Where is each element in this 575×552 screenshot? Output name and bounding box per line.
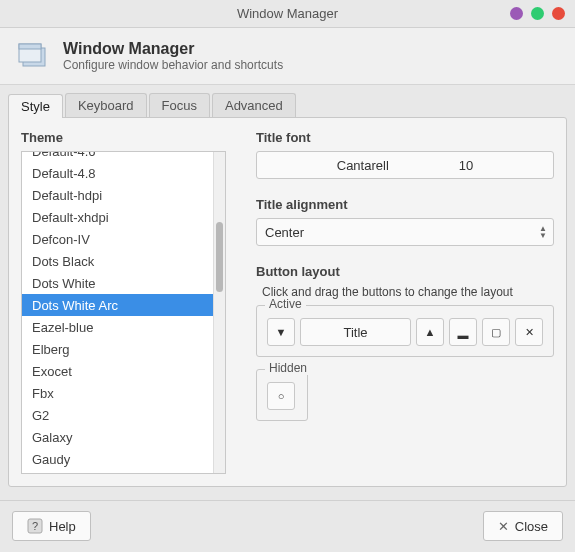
stick-button[interactable]: ○ bbox=[267, 382, 295, 410]
maximize-layout-button[interactable]: ▢ bbox=[482, 318, 510, 346]
theme-item[interactable]: Gaudy bbox=[22, 448, 213, 470]
window-manager-icon bbox=[15, 38, 51, 74]
font-name: Cantarell bbox=[337, 158, 389, 173]
theme-scrollbar[interactable] bbox=[213, 152, 225, 473]
close-button[interactable]: ✕ Close bbox=[483, 511, 563, 541]
theme-item[interactable]: Default-xhdpi bbox=[22, 206, 213, 228]
hidden-frame-label: Hidden bbox=[265, 361, 311, 375]
header-title: Window Manager bbox=[63, 40, 283, 58]
theme-item[interactable]: G2 bbox=[22, 404, 213, 426]
tab-advanced[interactable]: Advanced bbox=[212, 93, 296, 117]
svg-rect-2 bbox=[19, 44, 41, 49]
close-label: Close bbox=[515, 519, 548, 534]
theme-item[interactable]: Elberg bbox=[22, 338, 213, 360]
right-column: Title font Cantarell 10 Title alignment … bbox=[256, 130, 554, 474]
active-frame: Active ▼ Title ▲ ▬ ▢ ✕ bbox=[256, 305, 554, 357]
theme-item[interactable]: Dots White bbox=[22, 272, 213, 294]
theme-item[interactable]: Default-4.8 bbox=[22, 162, 213, 184]
theme-label: Theme bbox=[21, 130, 226, 145]
help-button[interactable]: ? Help bbox=[12, 511, 91, 541]
title-font-label: Title font bbox=[256, 130, 554, 145]
button-layout-section: Button layout Click and drag the buttons… bbox=[256, 264, 554, 433]
theme-item[interactable]: Default-4.6 bbox=[22, 151, 213, 162]
menu-button[interactable]: ▼ bbox=[267, 318, 295, 346]
theme-item[interactable]: Default-hdpi bbox=[22, 184, 213, 206]
tab-bar: Style Keyboard Focus Advanced bbox=[0, 85, 575, 117]
close-icon: ✕ bbox=[498, 519, 509, 534]
theme-item[interactable]: Defcon-IV bbox=[22, 228, 213, 250]
combo-arrows-icon: ▲▼ bbox=[539, 225, 547, 239]
window-controls bbox=[510, 7, 565, 20]
help-label: Help bbox=[49, 519, 76, 534]
theme-item[interactable]: Eazel-blue bbox=[22, 316, 213, 338]
header-subtitle: Configure window behavior and shortcuts bbox=[63, 58, 283, 72]
theme-item[interactable]: Exocet bbox=[22, 360, 213, 382]
title-font-button[interactable]: Cantarell 10 bbox=[256, 151, 554, 179]
style-pane: Theme Default-4.6Default-4.8Default-hdpi… bbox=[8, 117, 567, 487]
tab-focus[interactable]: Focus bbox=[149, 93, 210, 117]
titlebar: Window Manager bbox=[0, 0, 575, 28]
minimize-button[interactable] bbox=[510, 7, 523, 20]
title-button[interactable]: Title bbox=[300, 318, 411, 346]
title-font-section: Title font Cantarell 10 bbox=[256, 130, 554, 179]
title-alignment-label: Title alignment bbox=[256, 197, 554, 212]
footer: ? Help ✕ Close bbox=[0, 500, 575, 552]
window-title: Window Manager bbox=[0, 6, 575, 21]
close-window-button[interactable] bbox=[552, 7, 565, 20]
theme-section: Theme Default-4.6Default-4.8Default-hdpi… bbox=[21, 130, 226, 474]
title-alignment-combo[interactable]: Center ▲▼ bbox=[256, 218, 554, 246]
svg-text:?: ? bbox=[32, 520, 38, 532]
header: Window Manager Configure window behavior… bbox=[0, 28, 575, 85]
button-layout-label: Button layout bbox=[256, 264, 554, 279]
hidden-frame: Hidden ○ bbox=[256, 369, 308, 421]
alignment-value: Center bbox=[265, 225, 304, 240]
theme-item[interactable]: Fbx bbox=[22, 382, 213, 404]
theme-item[interactable]: Dots White Arc bbox=[22, 294, 213, 316]
theme-item[interactable]: Galaxy bbox=[22, 426, 213, 448]
theme-listbox[interactable]: Default-4.6Default-4.8Default-hdpiDefaul… bbox=[21, 151, 226, 474]
title-alignment-section: Title alignment Center ▲▼ bbox=[256, 197, 554, 246]
active-frame-label: Active bbox=[265, 297, 306, 311]
help-icon: ? bbox=[27, 518, 43, 534]
close-layout-button[interactable]: ✕ bbox=[515, 318, 543, 346]
font-size: 10 bbox=[459, 158, 473, 173]
tab-keyboard[interactable]: Keyboard bbox=[65, 93, 147, 117]
minimize-layout-button[interactable]: ▬ bbox=[449, 318, 477, 346]
header-text: Window Manager Configure window behavior… bbox=[63, 40, 283, 72]
scroll-thumb[interactable] bbox=[216, 222, 223, 292]
shade-button[interactable]: ▲ bbox=[416, 318, 444, 346]
maximize-button[interactable] bbox=[531, 7, 544, 20]
tab-style[interactable]: Style bbox=[8, 94, 63, 118]
theme-item[interactable]: Dots Black bbox=[22, 250, 213, 272]
